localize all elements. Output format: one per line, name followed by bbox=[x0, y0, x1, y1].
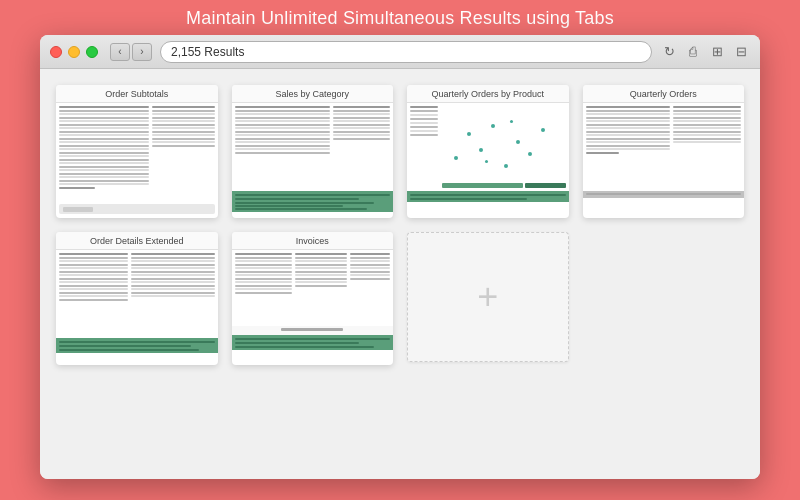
title-bar: ‹ › 2,155 Results ↻ ⎙ ⊞ ⊟ bbox=[40, 35, 760, 69]
mac-window: ‹ › 2,155 Results ↻ ⎙ ⊞ ⊟ Order Subtotal… bbox=[40, 35, 760, 479]
tab-title: Invoices bbox=[232, 232, 394, 250]
tab-order-details-extended[interactable]: Order Details Extended bbox=[56, 232, 218, 365]
tab-preview bbox=[407, 103, 569, 218]
tab-title: Order Details Extended bbox=[56, 232, 218, 250]
tab-invoices[interactable]: Invoices bbox=[232, 232, 394, 365]
back-button[interactable]: ‹ bbox=[110, 43, 130, 61]
tab-empty-slot bbox=[583, 232, 745, 362]
tab-add-new[interactable]: + bbox=[407, 232, 569, 362]
tab-preview bbox=[232, 103, 394, 218]
page-title: Maintain Unlimited Simultaneous Results … bbox=[186, 0, 614, 35]
tab-quarterly-orders-product[interactable]: Quarterly Orders by Product bbox=[407, 85, 569, 218]
tab-title: Sales by Category bbox=[232, 85, 394, 103]
reload-icon[interactable]: ↻ bbox=[660, 43, 678, 61]
tab-title: Quarterly Orders bbox=[583, 85, 745, 103]
tabs-row-1: Order Subtotals bbox=[56, 85, 744, 218]
tab-preview bbox=[232, 250, 394, 365]
tab-order-subtotals[interactable]: Order Subtotals bbox=[56, 85, 218, 218]
add-icon: + bbox=[477, 279, 498, 315]
minimize-button[interactable] bbox=[68, 46, 80, 58]
window-body: Order Subtotals bbox=[40, 69, 760, 479]
tab-preview bbox=[56, 103, 218, 218]
sidebar-icon[interactable]: ⊟ bbox=[732, 43, 750, 61]
forward-button[interactable]: › bbox=[132, 43, 152, 61]
address-text: 2,155 Results bbox=[171, 45, 244, 59]
nav-buttons: ‹ › bbox=[110, 43, 152, 61]
share-icon[interactable]: ⎙ bbox=[684, 43, 702, 61]
traffic-lights bbox=[50, 46, 98, 58]
tab-title: Order Subtotals bbox=[56, 85, 218, 103]
address-bar[interactable]: 2,155 Results bbox=[160, 41, 652, 63]
maximize-button[interactable] bbox=[86, 46, 98, 58]
tab-preview bbox=[583, 103, 745, 218]
tab-quarterly-orders[interactable]: Quarterly Orders bbox=[583, 85, 745, 218]
tabs-row-2: Order Details Extended bbox=[56, 232, 744, 365]
tab-title: Quarterly Orders by Product bbox=[407, 85, 569, 103]
close-button[interactable] bbox=[50, 46, 62, 58]
grid-icon[interactable]: ⊞ bbox=[708, 43, 726, 61]
toolbar-right: ↻ ⎙ ⊞ ⊟ bbox=[660, 43, 750, 61]
tab-preview bbox=[56, 250, 218, 365]
tab-sales-by-category[interactable]: Sales by Category bbox=[232, 85, 394, 218]
